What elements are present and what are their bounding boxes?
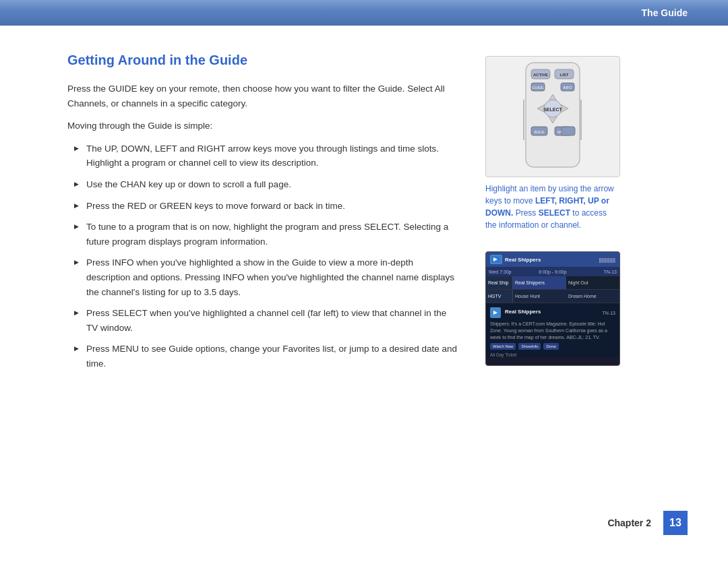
intro-paragraph-2: Moving through the Guide is simple:	[67, 119, 458, 133]
svg-marker-24	[493, 311, 497, 315]
guide-date: Wed 7:30p	[489, 270, 531, 274]
guide-header-row: Real Shippers |||||||||||	[486, 252, 619, 267]
guide-info-title: Real Shippers	[505, 309, 541, 315]
bullet-item-7: Press MENU to see Guide options, change …	[74, 342, 458, 371]
svg-text:LIST: LIST	[560, 73, 569, 77]
guide-info-btn[interactable]: ShowInfo	[518, 343, 541, 350]
footer: Chapter 2 13	[0, 511, 688, 535]
bullet-item-2: Use the CHAN key up or down to scroll a …	[74, 177, 458, 192]
guide-channel-num: TN-13	[574, 270, 617, 274]
ch-prog-1: Real Shippers	[513, 276, 566, 289]
guide-screenshot-container: Real Shippers ||||||||||| Wed 7:30p 8:00…	[485, 251, 634, 366]
bullet-item-3: Press the RED or GREEN keys to move forw…	[74, 199, 458, 214]
remote-control-container: ACTIVE LIST GUIDE INFO	[485, 56, 634, 231]
guide-logo	[490, 255, 502, 264]
remote-svg: ACTIVE LIST GUIDE INFO	[489, 59, 617, 174]
guide-time-header: |||||||||||	[599, 257, 615, 263]
bullet-item-5: Press INFO when you've highlighted a sho…	[74, 255, 458, 299]
guide-info-icon	[490, 307, 501, 318]
svg-text:SELECT: SELECT	[543, 107, 562, 112]
ch-name-2: HGTV	[486, 290, 513, 303]
ch-prog-2: House Hunt	[513, 290, 566, 303]
svg-text:BACK: BACK	[535, 130, 545, 134]
ch-prog-2b: Dream Home	[566, 290, 619, 303]
header-bar: The Guide	[0, 0, 728, 26]
footer-right: Chapter 2 13	[607, 511, 688, 535]
guide-show-description: Shippers: It's a CERT.com Magazine. Epis…	[490, 321, 615, 340]
guide-screenshot: Real Shippers ||||||||||| Wed 7:30p 8:00…	[485, 251, 620, 366]
guide-footer-text: All Day Ticket	[490, 352, 615, 357]
guide-watch-btn[interactable]: Watch Now	[490, 343, 516, 350]
main-content: Getting Around in the Guide Press the GU…	[0, 26, 728, 378]
section-title: Getting Around in the Guide	[67, 53, 458, 68]
page: The Guide Getting Around in the Guide Pr…	[0, 0, 728, 562]
bullet-item-6: Press SELECT when you've highlighted a c…	[74, 306, 458, 335]
svg-rect-19	[562, 127, 575, 135]
guide-channel-badge: TN-13	[603, 311, 615, 315]
remote-caption: Highlight an item by using the arrow key…	[485, 183, 620, 231]
bullet-item-4: To tune to a program that is on now, hig…	[74, 220, 458, 249]
chapter-label: Chapter 2	[607, 518, 651, 528]
channel-row-2: HGTV House Hunt Dream Home	[486, 290, 619, 303]
caption-line1: Highlight an item by using the arrow key…	[485, 184, 614, 230]
right-column: ACTIVE LIST GUIDE INFO	[485, 53, 634, 378]
ch-prog-1b: Night Out	[566, 276, 619, 289]
guide-show-name-header: Real Shippers	[505, 257, 541, 263]
svg-text:ACTIVE: ACTIVE	[533, 73, 548, 77]
page-number: 13	[669, 517, 681, 529]
svg-text:INFO: INFO	[563, 86, 572, 90]
guide-time-row: Wed 7:30p 8:00p - 9:00p TN-13	[486, 267, 619, 276]
remote-image: ACTIVE LIST GUIDE INFO	[485, 56, 620, 177]
intro-paragraph-1: Press the GUIDE key on your remote, then…	[67, 82, 458, 111]
left-column: Getting Around in the Guide Press the GU…	[67, 53, 458, 378]
ch-name-1: Real Ship	[486, 276, 513, 289]
guide-info-panel: Real Shippers TN-13 Shippers: It's a CER…	[486, 303, 619, 357]
page-number-box: 13	[663, 511, 688, 535]
guide-actions: Watch Now ShowInfo Done	[490, 343, 615, 350]
channel-row-1: Real Ship Real Shippers Night Out	[486, 276, 619, 290]
svg-text:GUIDE: GUIDE	[532, 86, 544, 90]
guide-time-range: 8:00p - 9:00p	[531, 270, 574, 274]
header-title: The Guide	[642, 7, 688, 18]
guide-done-btn[interactable]: Done	[543, 343, 558, 350]
bullet-item-1: The UP, DOWN, LEFT and RIGHT arrow keys …	[74, 142, 458, 170]
bullet-list: The UP, DOWN, LEFT and RIGHT arrow keys …	[74, 142, 458, 371]
